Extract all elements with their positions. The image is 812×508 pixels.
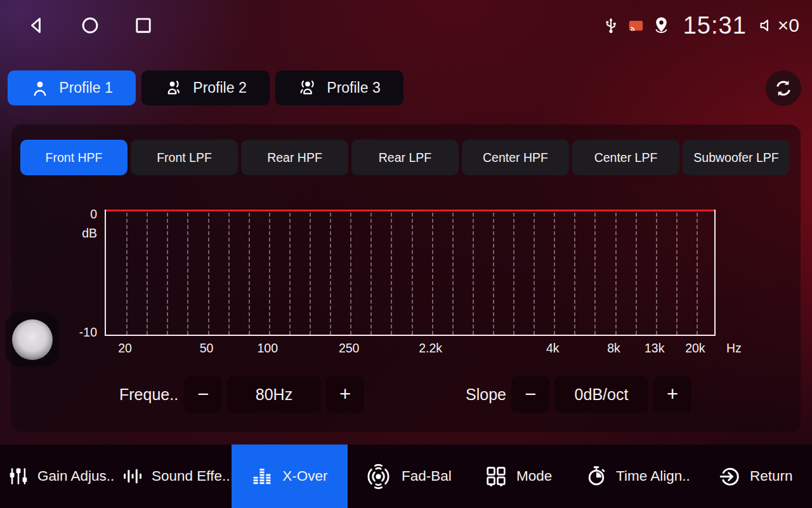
gridline	[452, 213, 454, 335]
gridline	[249, 213, 250, 335]
y-tick-min: -10	[79, 325, 97, 340]
nav-item-label: X-Over	[282, 468, 327, 485]
status-icons	[601, 16, 671, 36]
gridline	[391, 213, 392, 335]
x-tick-label: 250	[339, 341, 360, 356]
system-nav	[0, 14, 155, 37]
nav-mode[interactable]: Mode	[484, 444, 552, 508]
volume-indicator: ×0	[757, 15, 799, 36]
filter-tab-rear-lpf[interactable]: Rear LPF	[351, 140, 459, 175]
frequency-value: 80Hz	[227, 376, 321, 413]
profile-tab-1[interactable]: Profile 1	[8, 70, 136, 105]
filter-tab-front-hpf[interactable]: Front HPF	[20, 140, 128, 175]
filter-tab-center-lpf[interactable]: Center LPF	[572, 140, 679, 175]
nav-item-label: Mode	[516, 468, 552, 485]
gridline	[574, 213, 575, 335]
x-axis-unit: Hz	[726, 341, 742, 356]
gridline	[656, 213, 657, 335]
volume-muted-icon	[757, 16, 776, 35]
frequency-minus-button[interactable]: −	[184, 376, 222, 413]
waveform-icon	[122, 465, 143, 487]
nav-x-over[interactable]: X-Over	[232, 444, 348, 508]
location-icon	[652, 16, 671, 36]
gridline	[269, 213, 270, 335]
gridline	[473, 213, 474, 335]
status-right: 15:31 ×0	[601, 12, 812, 39]
x-tick-label: 13k	[645, 341, 664, 356]
cast-icon	[627, 17, 645, 34]
nav-item-label: Gain Adjus..	[37, 468, 114, 485]
refresh-icon	[774, 79, 793, 98]
gridline	[697, 213, 698, 335]
knob-circle	[12, 319, 53, 360]
frequency-label: Freque..	[119, 376, 178, 413]
profile-tabs: Profile 1Profile 2Profile 3	[8, 70, 403, 105]
x-tick-label: 2.2k	[419, 341, 442, 356]
status-bar: 15:31 ×0	[0, 0, 812, 51]
x-tick-label: 50	[200, 341, 214, 356]
x-tick-label: 4k	[546, 341, 560, 356]
filter-tab-front-lpf[interactable]: Front LPF	[131, 140, 238, 175]
nav-return[interactable]: Return	[718, 444, 793, 508]
gridline	[513, 213, 514, 335]
gridline	[289, 213, 291, 335]
nav-time-align[interactable]: Time Align..	[585, 444, 690, 508]
filter-tab-subwoofer-lpf[interactable]: Subwoofer LPF	[683, 140, 790, 175]
nav-gain-adjus[interactable]: Gain Adjus..	[8, 444, 114, 508]
profile-tab-label: Profile 2	[193, 79, 246, 97]
person-sound-icon	[164, 79, 183, 98]
x-tick-label: 20	[118, 341, 132, 356]
gridline	[594, 213, 596, 335]
floating-volume-knob[interactable]	[5, 312, 59, 366]
frequency-plus-button[interactable]: +	[326, 376, 364, 413]
gridline	[167, 213, 168, 335]
home-icon[interactable]	[79, 14, 102, 37]
gridline	[228, 213, 230, 335]
gridline	[350, 213, 351, 335]
person-broadcast-icon	[298, 79, 317, 98]
profile-tab-label: Profile 3	[327, 79, 380, 97]
nav-sound-effe[interactable]: Sound Effe..	[122, 444, 230, 508]
surround-sound-icon	[363, 462, 393, 491]
mixer-sliders-icon	[8, 465, 29, 487]
gridline	[412, 213, 413, 335]
nav-item-label: Fad-Bal	[402, 468, 452, 485]
crossover-panel: Front HPFFront LPFRear HPFRear LPFCenter…	[11, 124, 801, 432]
gridline	[676, 213, 678, 335]
gridline	[208, 213, 209, 335]
refresh-button[interactable]	[766, 70, 801, 106]
response-curve	[106, 210, 714, 211]
filter-tab-center-hpf[interactable]: Center HPF	[462, 140, 569, 175]
back-icon[interactable]	[25, 14, 48, 37]
filter-tabs: Front HPFFront LPFRear HPFRear LPFCenter…	[20, 140, 790, 175]
gridline	[554, 213, 555, 335]
nav-item-label: Time Align..	[616, 468, 690, 485]
gridline	[126, 213, 128, 335]
x-tick-label: 8k	[607, 341, 620, 356]
gridline	[432, 213, 433, 335]
volume-level: ×0	[778, 15, 799, 36]
filter-tab-rear-hpf[interactable]: Rear HPF	[241, 140, 348, 175]
profile-tab-2[interactable]: Profile 2	[141, 70, 270, 105]
slope-label: Slope	[466, 376, 506, 413]
profile-tab-3[interactable]: Profile 3	[275, 70, 403, 105]
usb-icon	[601, 16, 620, 35]
gridline	[370, 213, 372, 335]
nav-fad-bal[interactable]: Fad-Bal	[363, 444, 452, 508]
stopwatch-icon	[585, 465, 608, 488]
slope-plus-button[interactable]: +	[653, 376, 691, 413]
gridline	[493, 213, 494, 335]
x-tick-label: 100	[258, 341, 278, 356]
recents-icon[interactable]	[132, 14, 155, 37]
person-icon	[30, 79, 49, 98]
slope-minus-button[interactable]: −	[511, 376, 549, 413]
gridline	[310, 213, 311, 335]
frequency-response-chart: 0 dB -10 Hz 20501002502.2k4k8k13k20k	[105, 210, 716, 336]
gridline	[187, 213, 188, 335]
gridline	[330, 213, 331, 335]
y-axis-unit: dB	[82, 226, 97, 241]
gridline	[636, 213, 637, 335]
profile-tab-label: Profile 1	[59, 79, 112, 97]
grid-squares-icon	[484, 464, 508, 488]
x-tick-label: 20k	[685, 341, 705, 356]
